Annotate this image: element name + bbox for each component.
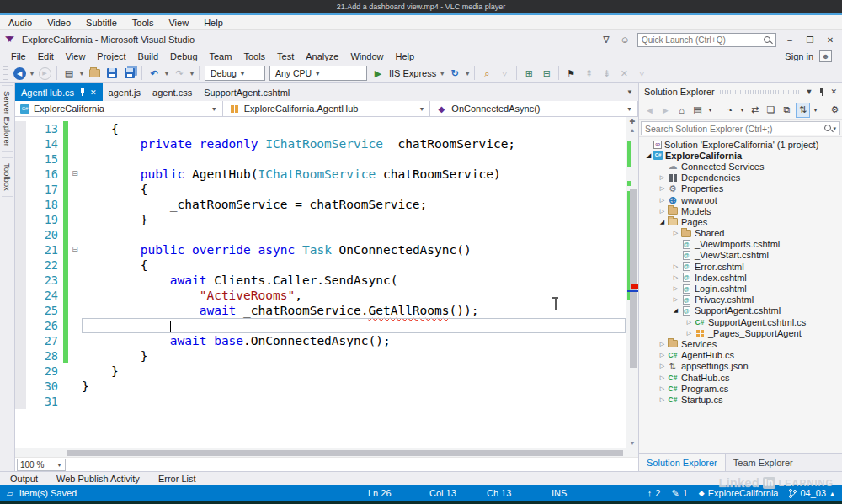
tree-item-program-cs[interactable]: ▷C#Program.cs [639,383,842,394]
bottom-tab-output[interactable]: Output [10,474,38,484]
code-line-28[interactable]: 28 } [15,348,626,363]
tree-item-services[interactable]: ▷Services [639,338,842,349]
vlc-menu-view[interactable]: View [168,18,189,28]
close-icon[interactable]: ✕ [830,88,837,96]
side-tab-toolbox[interactable]: Toolbox [2,157,13,197]
expander-icon[interactable]: ▷ [658,363,667,369]
code-line-16[interactable]: 16⊟ public AgentHub(IChatRoomService cha… [15,167,626,182]
breakpoint-margin[interactable] [15,212,26,227]
fold-margin[interactable]: ⊟ [68,167,82,182]
tree-item-pages[interactable]: ◢Pages [639,216,842,227]
find-in-files-icon[interactable]: ⌕ [478,65,495,82]
pin-icon[interactable] [78,88,86,96]
send-feedback-icon[interactable]: ☺ [619,34,631,45]
tree-item-agenthub-cs[interactable]: ▷C#AgentHub.cs [639,350,842,361]
bottom-tab-error-list[interactable]: Error List [158,474,196,484]
attach-process-icon[interactable]: ⊞ [520,65,537,82]
solution-search-box[interactable]: ▾ [641,121,840,135]
se-forward-icon[interactable]: ► [658,103,673,118]
menu-tools[interactable]: Tools [237,51,271,61]
open-folder-icon[interactable] [86,65,103,82]
se-home-icon[interactable]: ⌂ [674,103,689,118]
vlc-menu-help[interactable]: Help [204,18,223,28]
se-pending-changes-icon[interactable]: ◔ [722,103,737,118]
tree-item-supportagent-cshtml[interactable]: ◢@SupportAgent.cshtml [639,305,842,316]
code-line-26[interactable]: 26 [15,318,626,333]
vlc-menu-video[interactable]: Video [47,18,71,28]
breakpoint-margin[interactable] [15,303,26,318]
tree-item-appsettings-json[interactable]: ▷⇅appsettings.json [639,361,842,372]
solution-explorer-header[interactable]: Solution Explorer ▼ ✕ [639,83,842,100]
tree-item-solution-explorecalifornia-1-project-[interactable]: ∞Solution 'ExploreCalifornia' (1 project… [639,139,842,150]
undo-icon[interactable]: ↶ [146,65,163,82]
breadcrumb-1[interactable]: ExploreCalifornia.AgentHub▼ [223,101,431,116]
tab-supportagent.cshtml[interactable]: SupportAgent.cshtml [198,83,296,101]
se-show-all-files-icon[interactable]: ❏ [764,103,778,118]
code-text[interactable] [82,394,626,409]
expander-icon[interactable]: ▷ [671,296,680,303]
document-list-chevron-icon[interactable]: ▼ [621,88,638,96]
tab-agent.js[interactable]: agent.js [103,83,147,101]
menu-help[interactable]: Help [390,51,421,61]
expander-icon[interactable]: ▷ [671,263,680,270]
breadcrumb-2[interactable]: ◆OnConnectedAsync()▼ [430,101,638,116]
expander-icon[interactable]: ◢ [644,152,653,159]
expander-icon[interactable]: ◢ [671,307,680,314]
expander-icon[interactable]: ▷ [658,174,667,181]
navigate-backward-doc-icon[interactable]: ⊟ [538,65,555,82]
next-bookmark-icon[interactable]: ⇟ [598,65,615,82]
expander-icon[interactable]: ▷ [685,330,694,337]
expander-icon[interactable]: ▷ [658,197,667,204]
new-file-icon[interactable]: ▤ [61,65,77,82]
start-debug-icon[interactable]: ▶ [370,65,386,82]
tree-item-privacy-cshtml[interactable]: ▷@Privacy.cshtml [639,294,842,305]
tab-agent.css[interactable]: agent.css [147,83,198,101]
breakpoint-margin[interactable] [15,121,26,136]
code-text[interactable] [82,151,626,167]
scrollbar-thumb[interactable] [630,189,637,368]
code-editor[interactable]: 13 {14 private readonly IChatRoomService… [15,117,626,448]
quick-launch-box[interactable] [637,33,776,47]
se-switch-views-icon[interactable]: ▤ [690,103,705,118]
expander-icon[interactable]: ▷ [658,374,667,381]
breakpoint-margin[interactable] [15,348,26,363]
nav-back-icon[interactable]: ◀ [11,65,28,82]
se-back-icon[interactable]: ◄ [642,103,657,118]
chevron-down-icon[interactable]: ▼ [78,71,85,77]
tree-item-login-cshtml[interactable]: ▷@Login.cshtml [639,283,842,294]
save-all-icon[interactable] [121,65,138,82]
code-text[interactable]: public AgentHub(IChatRoomService chatRoo… [82,167,626,182]
breakpoint-margin[interactable] [15,136,26,151]
code-text[interactable]: } [82,212,626,227]
vlc-menu-tools[interactable]: Tools [132,18,154,28]
tree-item-startup-cs[interactable]: ▷C#Startup.cs [639,394,842,405]
toolbar-overflow-icon[interactable]: ▿ [496,65,513,82]
code-text[interactable]: { [82,257,626,273]
breakpoint-margin[interactable] [15,197,26,212]
expander-icon[interactable]: ▷ [671,285,680,292]
panel-tab-solution-explorer[interactable]: Solution Explorer [639,454,726,471]
code-line-29[interactable]: 29 } [15,363,626,379]
code-line-27[interactable]: 27 await base.OnConnectedAsync(); [15,333,626,348]
vlc-menu-audio[interactable]: Audio [8,18,32,28]
chevron-down-icon[interactable]: ▼ [439,71,445,77]
breakpoint-margin[interactable] [15,182,26,197]
code-text[interactable]: } [82,348,626,363]
breakpoint-margin[interactable] [15,273,26,288]
scroll-up-arrow-icon[interactable]: ▲ [626,127,638,133]
breakpoint-margin[interactable] [15,363,26,379]
code-line-21[interactable]: 21⊟ public override async Task OnConnect… [15,242,626,257]
breakpoint-margin[interactable] [15,257,26,273]
expander-icon[interactable]: ▷ [658,396,667,403]
tree-item--viewstart-cshtml[interactable]: @_ViewStart.cshtml [639,250,842,261]
se-dd-icon[interactable]: ▾ [706,103,714,118]
chevron-down-icon[interactable]: ▼ [29,71,35,77]
code-line-20[interactable]: 20 [15,227,626,242]
toolbar-grip[interactable] [3,66,8,80]
code-line-23[interactable]: 23 await Clients.Caller.SendAsync( [15,273,626,288]
se-dd2-icon[interactable]: ▾ [738,103,746,118]
pending-edits-count[interactable]: ✎ 1 [671,488,687,499]
chevron-down-icon[interactable]: ▼ [464,71,471,77]
breakpoint-margin[interactable] [15,318,26,333]
restore-button[interactable]: ❐ [803,35,817,45]
